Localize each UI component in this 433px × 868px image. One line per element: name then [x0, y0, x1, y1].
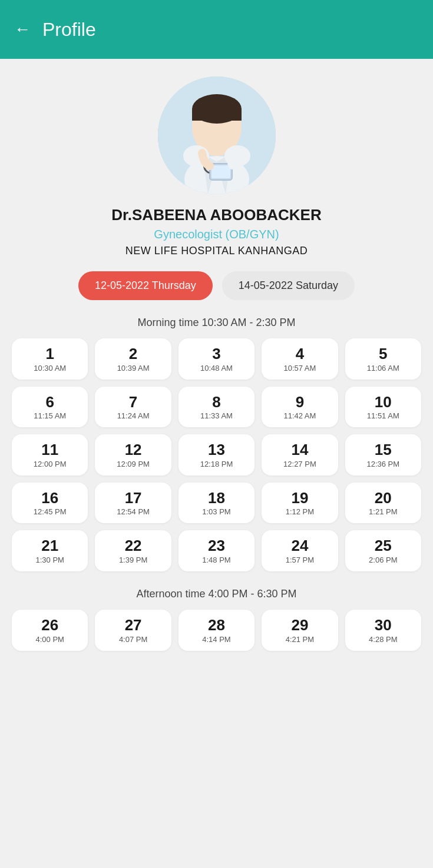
slot-time: 1:21 PM: [369, 507, 397, 516]
afternoon-slot-30[interactable]: 30 4:28 PM: [345, 610, 421, 651]
date-pill-1[interactable]: 14-05-2022 Saturday: [222, 271, 355, 300]
slot-number: 21: [41, 537, 58, 554]
morning-slot-15[interactable]: 15 12:36 PM: [345, 434, 421, 475]
svg-rect-7: [192, 109, 242, 121]
morning-slot-10[interactable]: 10 11:51 AM: [345, 387, 421, 428]
morning-slot-22[interactable]: 22 1:39 PM: [95, 530, 171, 571]
slot-number: 6: [45, 394, 54, 411]
morning-section-label: Morning time 10:30 AM - 2:30 PM: [137, 317, 295, 329]
svg-rect-11: [211, 165, 230, 178]
doctor-specialty: Gynecologist (OB/GYN): [154, 228, 279, 241]
slot-number: 28: [208, 617, 225, 634]
slot-number: 17: [125, 490, 142, 507]
morning-slot-5[interactable]: 5 11:06 AM: [345, 338, 421, 380]
morning-slot-11[interactable]: 11 12:00 PM: [12, 434, 88, 475]
morning-slot-8[interactable]: 8 11:33 AM: [179, 387, 254, 428]
morning-slot-18[interactable]: 18 1:03 PM: [179, 483, 254, 524]
slot-number: 12: [125, 441, 142, 458]
afternoon-slot-29[interactable]: 29 4:21 PM: [262, 610, 338, 651]
slot-number: 10: [375, 394, 392, 411]
slot-number: 29: [291, 617, 308, 634]
slot-number: 23: [208, 537, 225, 554]
back-button[interactable]: ←: [14, 20, 31, 39]
slot-time: 12:27 PM: [283, 460, 316, 468]
morning-slot-3[interactable]: 3 10:48 AM: [179, 338, 254, 380]
slot-number: 16: [41, 490, 58, 507]
morning-slot-23[interactable]: 23 1:48 PM: [179, 530, 254, 571]
morning-slot-14[interactable]: 14 12:27 PM: [262, 434, 338, 475]
slot-number: 19: [291, 490, 308, 507]
morning-slot-6[interactable]: 6 11:15 AM: [12, 387, 88, 428]
slot-time: 11:33 AM: [200, 411, 233, 420]
morning-slot-19[interactable]: 19 1:12 PM: [262, 483, 338, 524]
slot-time: 2:06 PM: [369, 556, 397, 564]
afternoon-section-label: Afternoon time 4:00 PM - 6:30 PM: [136, 588, 296, 600]
slot-time: 10:30 AM: [34, 364, 66, 373]
afternoon-slots-grid: 26 4:00 PM 27 4:07 PM 28 4:14 PM 29 4:21…: [12, 610, 421, 651]
avatar: [158, 77, 276, 194]
slot-number: 15: [375, 441, 392, 458]
slot-time: 10:48 AM: [200, 364, 233, 373]
slot-number: 27: [125, 617, 142, 634]
morning-slot-2[interactable]: 2 10:39 AM: [95, 338, 171, 380]
morning-slot-20[interactable]: 20 1:21 PM: [345, 483, 421, 524]
slot-time: 12:54 PM: [117, 507, 150, 516]
morning-slot-13[interactable]: 13 12:18 PM: [179, 434, 254, 475]
doctor-hospital: NEW LIFE HOSPITAL KANHANGAD: [125, 245, 308, 257]
morning-slot-24[interactable]: 24 1:57 PM: [262, 530, 338, 571]
slot-number: 9: [296, 394, 304, 411]
slot-time: 11:51 AM: [367, 411, 399, 420]
slot-number: 20: [375, 490, 392, 507]
slot-time: 12:36 PM: [366, 460, 399, 468]
slot-number: 26: [41, 617, 58, 634]
morning-slot-12[interactable]: 12 12:09 PM: [95, 434, 171, 475]
morning-slot-16[interactable]: 16 12:45 PM: [12, 483, 88, 524]
morning-slot-7[interactable]: 7 11:24 AM: [95, 387, 171, 428]
slot-time: 4:00 PM: [35, 635, 64, 644]
slot-number: 5: [379, 345, 387, 363]
slot-time: 1:12 PM: [286, 507, 314, 516]
page-title: Profile: [42, 19, 96, 41]
slot-time: 12:18 PM: [200, 460, 233, 468]
slot-number: 25: [375, 537, 392, 554]
slot-time: 11:15 AM: [34, 411, 66, 420]
slot-number: 11: [41, 441, 58, 458]
slot-number: 3: [212, 345, 220, 363]
slot-time: 4:21 PM: [286, 635, 314, 644]
slot-time: 4:28 PM: [369, 635, 397, 644]
date-pills-container: 12-05-2022 Thursday 14-05-2022 Saturday: [78, 271, 355, 300]
date-pill-0[interactable]: 12-05-2022 Thursday: [78, 271, 213, 300]
slot-number: 18: [208, 490, 225, 507]
afternoon-slot-27[interactable]: 27 4:07 PM: [95, 610, 171, 651]
slot-number: 8: [212, 394, 220, 411]
afternoon-slot-28[interactable]: 28 4:14 PM: [179, 610, 254, 651]
slot-time: 11:24 AM: [117, 411, 150, 420]
slot-time: 1:39 PM: [119, 556, 147, 564]
slot-number: 13: [208, 441, 225, 458]
slot-time: 1:57 PM: [286, 556, 314, 564]
morning-slot-1[interactable]: 1 10:30 AM: [12, 338, 88, 380]
slot-number: 22: [125, 537, 142, 554]
afternoon-slot-26[interactable]: 26 4:00 PM: [12, 610, 88, 651]
slot-time: 4:07 PM: [119, 635, 147, 644]
slot-time: 11:06 AM: [367, 364, 399, 373]
slot-number: 4: [296, 345, 304, 363]
slot-time: 12:09 PM: [117, 460, 150, 468]
slot-time: 12:00 PM: [34, 460, 67, 468]
slot-time: 1:30 PM: [35, 556, 64, 564]
main-content: Dr.SABEENA ABOOBACKER Gynecologist (OB/G…: [0, 59, 433, 667]
slot-time: 11:42 AM: [283, 411, 316, 420]
morning-slot-17[interactable]: 17 12:54 PM: [95, 483, 171, 524]
slot-number: 2: [129, 345, 137, 363]
slot-number: 30: [375, 617, 392, 634]
morning-slot-21[interactable]: 21 1:30 PM: [12, 530, 88, 571]
morning-slots-grid: 1 10:30 AM 2 10:39 AM 3 10:48 AM 4 10:57…: [12, 338, 421, 571]
morning-slot-25[interactable]: 25 2:06 PM: [345, 530, 421, 571]
header: ← Profile: [0, 0, 433, 59]
slot-time: 10:57 AM: [283, 364, 316, 373]
slot-time: 4:14 PM: [202, 635, 230, 644]
morning-slot-9[interactable]: 9 11:42 AM: [262, 387, 338, 428]
morning-slot-4[interactable]: 4 10:57 AM: [262, 338, 338, 380]
slot-time: 12:45 PM: [34, 507, 67, 516]
doctor-name: Dr.SABEENA ABOOBACKER: [111, 206, 321, 224]
